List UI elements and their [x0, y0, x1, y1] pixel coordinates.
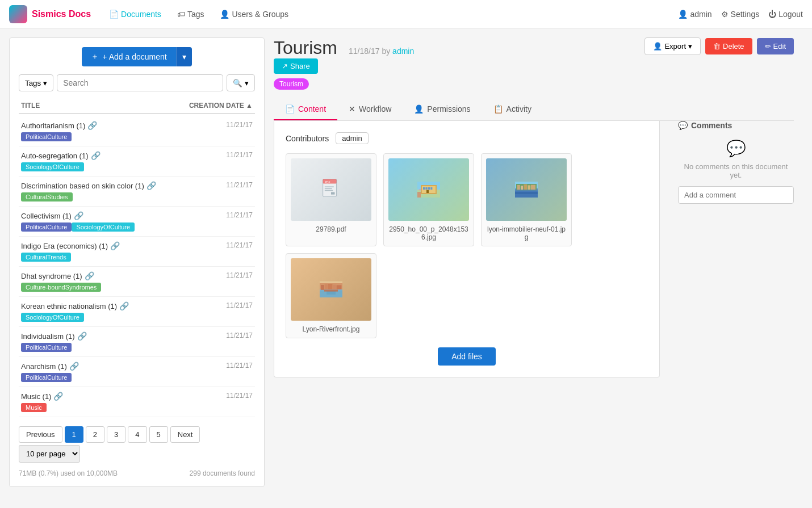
svg-rect-16 — [426, 190, 429, 193]
add-comment-input[interactable] — [678, 186, 794, 204]
link-icon[interactable]: 🔗 — [91, 151, 101, 160]
contributors-row: Contributors admin — [286, 132, 648, 144]
navbar: Sismics Docs 📄 Documents 🏷 Tags 👤 Users … — [0, 0, 812, 28]
settings-link[interactable]: ⚙ Settings — [721, 10, 760, 19]
link-icon[interactable]: 🔗 — [85, 271, 94, 280]
list-item[interactable]: Collectivism (1)🔗11/21/17PoliticalCultur… — [19, 207, 255, 237]
tag-badge[interactable]: PoliticalCulture — [21, 343, 72, 352]
list-item[interactable]: Indigo Era (economics) (1)🔗11/21/17Cultu… — [19, 237, 255, 267]
tab-permissions[interactable]: 👤 Permissions — [403, 99, 482, 120]
list-item[interactable]: Discrimination based on skin color (1)🔗1… — [19, 177, 255, 207]
file-thumb-riverfront — [291, 258, 371, 321]
add-document-caret-button[interactable]: ▾ — [176, 47, 192, 66]
tag-badge[interactable]: SociologyOfCulture — [72, 222, 135, 232]
tag-badge[interactable]: SociologyOfCulture — [21, 162, 84, 171]
file-card-hotel[interactable]: 2950_ho_00_p_2048x1536.jpg — [383, 153, 474, 246]
search-input[interactable] — [57, 74, 223, 91]
tag-badge[interactable]: CulturalStudies — [21, 192, 73, 201]
add-document-button[interactable]: ＋ + Add a document — [82, 47, 175, 66]
svg-rect-21 — [517, 185, 520, 190]
add-files-button[interactable]: Add files — [438, 347, 496, 366]
hotel-image — [417, 178, 440, 201]
export-caret-icon: ▾ — [688, 42, 692, 51]
col-title-label: TITLE — [21, 102, 40, 110]
next-button[interactable]: Next — [170, 426, 200, 443]
list-item[interactable]: Music (1)🔗11/21/17Music — [19, 387, 255, 417]
tab-content-area: Contributors admin PDF — [274, 121, 794, 377]
svg-rect-12 — [423, 187, 425, 190]
tags-icon: 🏷 — [177, 10, 185, 19]
search-button[interactable]: 🔍 ▾ — [227, 74, 255, 91]
page-5-button[interactable]: 5 — [149, 426, 168, 443]
link-icon[interactable]: 🔗 — [77, 331, 87, 341]
file-card-lyon[interactable]: lyon-immobilier-neuf-01.jpg — [481, 153, 572, 246]
tag-badge[interactable]: PoliticalCulture — [21, 373, 72, 382]
link-icon[interactable]: 🔗 — [110, 241, 120, 250]
export-button[interactable]: 👤 Export ▾ — [644, 37, 701, 55]
list-item[interactable]: Authoritarianism (1)🔗11/21/17PoliticalCu… — [19, 116, 255, 146]
file-grid: PDF 29789.pdf — [286, 153, 648, 338]
page-2-button[interactable]: 2 — [86, 426, 104, 443]
tourism-tag[interactable]: Tourism — [274, 78, 309, 90]
page-4-button[interactable]: 4 — [128, 426, 147, 443]
docs-found: 299 documents found — [190, 469, 255, 477]
brand[interactable]: Sismics Docs — [9, 5, 91, 23]
comment-title-icon: 💬 — [678, 121, 688, 130]
nav-documents[interactable]: 📄 Documents — [102, 5, 168, 23]
tag-badge[interactable]: CulturalTrends — [21, 253, 71, 262]
doc-author-link[interactable]: admin — [392, 47, 414, 56]
doc-list-title: Collectivism (1) — [21, 212, 72, 220]
nav-users-groups[interactable]: 👤 Users & Groups — [213, 5, 295, 23]
tag-badge[interactable]: Culture-boundSyndromes — [21, 283, 101, 292]
tab-activity[interactable]: 📋 Activity — [482, 99, 543, 120]
tab-content[interactable]: 📄 Content — [274, 99, 337, 120]
admin-link[interactable]: 👤 admin — [678, 10, 711, 19]
file-card-pdf[interactable]: PDF 29789.pdf — [286, 153, 376, 246]
file-card-riverfront[interactable]: Lyon-Riverfront.jpg — [286, 253, 376, 338]
doc-list-title: Korean ethnic nationalism (1) — [21, 302, 117, 310]
brand-name: Sismics Docs — [32, 9, 91, 19]
main-container: ＋ + Add a document ▾ Tags ▾ 🔍 ▾ TITLE CR… — [0, 28, 812, 496]
tag-badge[interactable]: PoliticalCulture — [21, 132, 72, 141]
file-name-riverfront: Lyon-Riverfront.jpg — [291, 325, 371, 333]
previous-button[interactable]: Previous — [19, 426, 62, 443]
page-3-button[interactable]: 3 — [107, 426, 125, 443]
edit-button[interactable]: ✏ Edit — [757, 38, 794, 54]
doc-title-section: Tourism 11/18/17 by admin ↗ Share Touris… — [274, 37, 414, 90]
page-1-button[interactable]: 1 — [65, 426, 83, 443]
search-icon: 🔍 — [233, 79, 242, 87]
pagination: Previous 1 2 3 4 5 Next 10 per page 25 p… — [19, 426, 255, 463]
nav-right: 👤 admin ⚙ Settings ⏻ Logout — [678, 10, 803, 19]
contributor-badge[interactable]: admin — [336, 132, 368, 144]
trash-icon: 🗑 — [713, 42, 721, 51]
doc-list-date: 11/21/17 — [226, 241, 253, 249]
tag-badge[interactable]: SociologyOfCulture — [21, 313, 84, 322]
link-icon[interactable]: 🔗 — [119, 301, 129, 310]
link-icon[interactable]: 🔗 — [147, 181, 156, 190]
tags-filter-button[interactable]: Tags ▾ — [19, 74, 53, 91]
logout-link[interactable]: ⏻ Logout — [768, 10, 803, 19]
list-item[interactable]: Individualism (1)🔗11/21/17PoliticalCultu… — [19, 327, 255, 357]
doc-title: Tourism — [274, 37, 337, 58]
delete-button[interactable]: 🗑 Delete — [705, 38, 752, 54]
link-icon[interactable]: 🔗 — [53, 392, 63, 401]
svg-rect-38 — [320, 291, 342, 297]
link-icon[interactable]: 🔗 — [74, 211, 83, 220]
tag-badge[interactable]: PoliticalCulture — [21, 222, 72, 232]
share-button[interactable]: ↗ Share — [274, 58, 318, 74]
list-item[interactable]: Anarchism (1)🔗11/21/17PoliticalCulture — [19, 357, 255, 387]
list-item[interactable]: Korean ethnic nationalism (1)🔗11/21/17So… — [19, 297, 255, 327]
list-item[interactable]: Auto-segregation (1)🔗11/21/17SociologyOf… — [19, 146, 255, 177]
doc-list-title: Authoritarianism (1) — [21, 121, 85, 130]
link-icon[interactable]: 🔗 — [69, 362, 79, 371]
tag-badge[interactable]: Music — [21, 403, 47, 412]
link-icon[interactable]: 🔗 — [87, 121, 97, 130]
doc-list-date: 11/21/17 — [226, 331, 253, 339]
tab-workflow[interactable]: ✕ Workflow — [337, 99, 403, 120]
col-date-label[interactable]: CREATION DATE ▲ — [189, 102, 253, 110]
list-item[interactable]: Dhat syndrome (1)🔗11/21/17Culture-boundS… — [19, 267, 255, 297]
riverfront-image — [320, 278, 342, 301]
nav-tags[interactable]: 🏷 Tags — [170, 5, 211, 23]
svg-rect-22 — [521, 186, 523, 190]
per-page-select[interactable]: 10 per page 25 per page 50 per page — [19, 445, 80, 463]
